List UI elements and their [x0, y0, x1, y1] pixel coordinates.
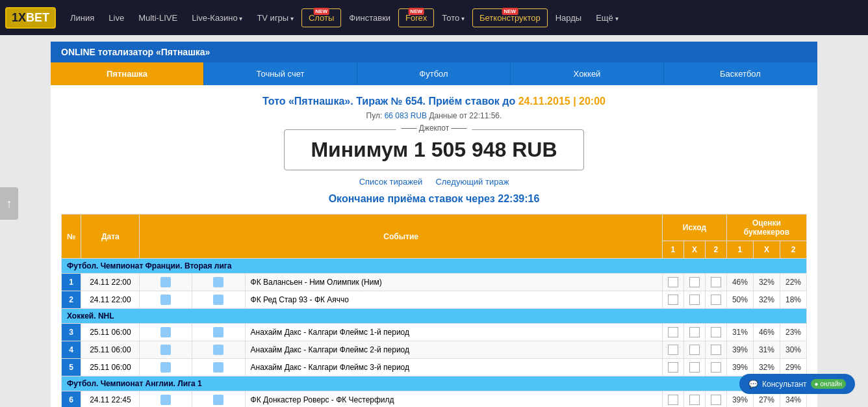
pct-x: 32%	[753, 291, 780, 309]
table-row: 325.11 06:00Анахайм Дакс - Калгари Флейм…	[62, 324, 807, 341]
nav-toto[interactable]: Тото	[435, 9, 471, 27]
link-next-tirazh[interactable]: Следующий тираж	[435, 177, 509, 187]
nav-live-casino[interactable]: Live-Казино	[185, 9, 249, 27]
event-name: ФК Ред Стар 93 - ФК Аяччо	[245, 291, 662, 309]
th-2: 2	[705, 241, 726, 259]
nav-eshche[interactable]: Ещё	[589, 9, 624, 27]
cb1-cell[interactable]	[662, 324, 683, 341]
cb2-cell[interactable]	[705, 274, 726, 291]
event-name: ФК Донкастер Роверс - ФК Честерфилд	[245, 391, 662, 408]
pct-2: 30%	[780, 341, 806, 359]
pct-1: 46%	[726, 274, 753, 291]
pool-info: Пул: 66 083 RUB Данные от 22:11:56.	[61, 111, 807, 120]
cbX-cell[interactable]	[683, 274, 705, 291]
consultant-button[interactable]: 💬 Консультант ● онлайн	[739, 374, 855, 394]
jackpot-value: Минимум 1 505 948 RUB	[311, 138, 557, 162]
nav-nardy[interactable]: Нарды	[549, 9, 588, 27]
table-row: 224.11 22:00ФК Ред Стар 93 - ФК Аяччо50%…	[62, 291, 807, 309]
th-bk-1: 1	[726, 241, 753, 259]
event-icon2	[192, 274, 245, 291]
nav-betconstructor[interactable]: NEW Бетконструктор	[472, 8, 548, 27]
cb2-cell[interactable]	[705, 341, 726, 359]
event-icon2	[192, 359, 245, 376]
cb2-cell[interactable]	[705, 359, 726, 376]
new-badge-betconstructor: NEW	[502, 8, 518, 15]
pct-1: 31%	[726, 324, 753, 341]
main-content: Тото «Пятнашка». Тираж № 654. Приём став…	[51, 85, 817, 407]
th-bookmaker: Оценки букмекеров	[726, 215, 806, 241]
nav-items: Линия Live Multi-LIVE Live-Казино TV игр…	[64, 8, 863, 27]
tab-basketbol[interactable]: Баскетбол	[664, 62, 817, 85]
cb1-cell[interactable]	[662, 341, 683, 359]
page-header: ONLINE тотализатор «Пятнашка»	[51, 42, 817, 62]
th-1: 1	[662, 241, 683, 259]
cbX-cell[interactable]	[683, 291, 705, 309]
jackpot-box: —— Джекпот —— Минимум 1 505 948 RUB	[284, 129, 583, 170]
events-table: № Дата Событие Исход Оценки букмекеров 1…	[61, 214, 807, 407]
new-badge-forex: NEW	[408, 8, 424, 15]
tab-futbol[interactable]: Футбол	[357, 62, 511, 85]
cb1-cell[interactable]	[662, 391, 683, 408]
page-content: ONLINE тотализатор «Пятнашка» Пятнашка Т…	[51, 42, 817, 407]
event-icon1	[140, 291, 192, 309]
event-name: Анахайм Дакс - Калгари Флеймс 3-й период	[245, 359, 662, 376]
nav-liniya[interactable]: Линия	[64, 9, 101, 27]
consultant-icon: 💬	[748, 380, 758, 389]
pct-2: 22%	[780, 274, 806, 291]
tab-pyatnahska[interactable]: Пятнашка	[51, 62, 204, 85]
tab-tochny-schet[interactable]: Точный счет	[204, 62, 357, 85]
event-name: Анахайм Дакс - Калгари Флеймс 1-й период	[245, 324, 662, 341]
jackpot-label: —— Джекпот ——	[396, 124, 472, 133]
logo[interactable]: 1XBET	[5, 7, 56, 29]
cb1-cell[interactable]	[662, 274, 683, 291]
category-row: Футбол. Чемпионат Франции. Вторая лига	[62, 259, 807, 274]
pct-2: 18%	[780, 291, 806, 309]
nav-live[interactable]: Live	[102, 9, 131, 27]
pct-2: 23%	[780, 324, 806, 341]
tabs-bar: Пятнашка Точный счет Футбол Хоккей Баске…	[51, 62, 817, 85]
online-badge: ● онлайн	[811, 379, 846, 389]
th-isход: Исход	[662, 215, 726, 241]
toto-date: 24.11.2015 | 20:00	[518, 96, 606, 107]
event-icon2	[192, 341, 245, 359]
table-row: 525.11 06:00Анахайм Дакс - Калгари Флейм…	[62, 359, 807, 376]
consultant-label: Консультант	[762, 380, 807, 389]
event-icon1	[140, 391, 192, 408]
tab-hokkej[interactable]: Хоккей	[511, 62, 664, 85]
cb1-cell[interactable]	[662, 359, 683, 376]
links-row: Список тиражей Следующий тираж	[61, 177, 807, 187]
cbX-cell[interactable]	[683, 341, 705, 359]
cbX-cell[interactable]	[683, 391, 705, 408]
table-row: 425.11 06:00Анахайм Дакс - Калгари Флейм…	[62, 341, 807, 359]
nav-tv-igry[interactable]: TV игры	[250, 9, 300, 27]
category-row: Хоккей. NHL	[62, 309, 807, 324]
pct-x: 32%	[753, 274, 780, 291]
top-navigation: 1XBET Линия Live Multi-LIVE Live-Казино …	[0, 0, 868, 35]
cbX-cell[interactable]	[683, 324, 705, 341]
event-icon2	[192, 291, 245, 309]
scroll-up-button[interactable]: ↑	[0, 187, 18, 220]
nav-multilive[interactable]: Multi-LIVE	[132, 9, 184, 27]
table-row: 124.11 22:00ФК Валансьен - Ним Олимпик (…	[62, 274, 807, 291]
cb2-cell[interactable]	[705, 391, 726, 408]
pct-x: 46%	[753, 324, 780, 341]
nav-sloty[interactable]: NEW Слоты	[301, 8, 341, 27]
toto-title: Тото «Пятнашка». Тираж № 654. Приём став…	[61, 96, 807, 107]
table-row: 624.11 22:45ФК Донкастер Роверс - ФК Чес…	[62, 391, 807, 408]
cbX-cell[interactable]	[683, 359, 705, 376]
cb1-cell[interactable]	[662, 291, 683, 309]
pct-1: 39%	[726, 341, 753, 359]
pool-amount-link[interactable]: 66 083 RUB	[385, 111, 427, 120]
event-name: ФК Валансьен - Ним Олимпик (Ним)	[245, 274, 662, 291]
th-event: Событие	[140, 215, 663, 259]
th-x: Х	[683, 241, 705, 259]
link-tirazhi[interactable]: Список тиражей	[359, 177, 423, 187]
nav-finstavki[interactable]: Финставки	[342, 9, 397, 27]
page-header-text: ONLINE тотализатор «Пятнашка»	[61, 47, 210, 57]
cb2-cell[interactable]	[705, 324, 726, 341]
nav-forex[interactable]: NEW Forex	[398, 8, 434, 27]
pct-x: 31%	[753, 341, 780, 359]
th-date: Дата	[81, 215, 140, 259]
cb2-cell[interactable]	[705, 291, 726, 309]
logo-text: 1X	[12, 11, 26, 24]
